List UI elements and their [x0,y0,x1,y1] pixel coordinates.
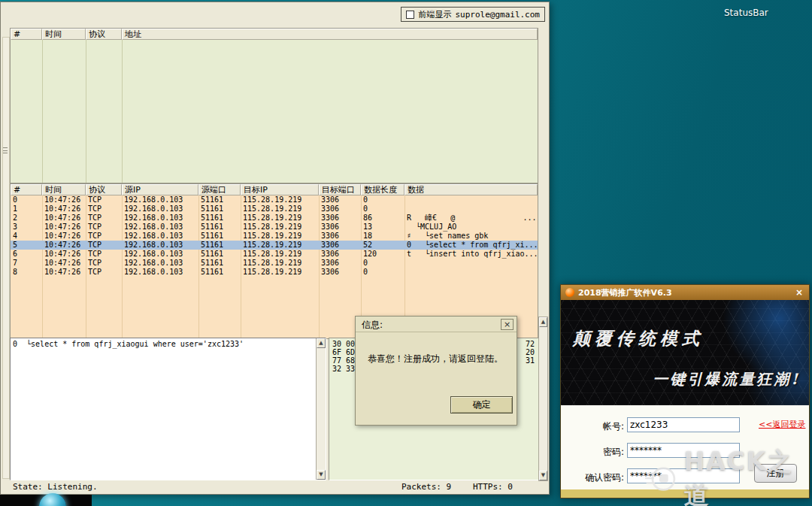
packet-row[interactable]: 110:47:26TCP192.168.0.10351161115.28.19.… [11,205,538,214]
front-display-checkbox[interactable] [406,11,414,19]
scroll-up-icon[interactable]: ▲ [539,317,547,327]
hex-line: 30 00 [332,340,355,348]
left-scroll-strip[interactable] [2,37,10,479]
packet-cell: 3306 [319,223,361,232]
packet-row[interactable]: 010:47:26TCP192.168.0.10351161115.28.19.… [11,195,538,205]
packet-table-header: # 时间 协议 源IP 源端口 目标IP 目标端口 数据长度 数据 [11,184,538,195]
column-header-src-ip[interactable]: 源IP [122,184,198,195]
packet-row[interactable]: 710:47:26TCP192.168.0.10351161115.28.19.… [11,259,538,268]
packet-cell: 115.28.19.219 [241,205,319,214]
column-header-time[interactable]: 时间 [42,184,86,195]
packet-cell: 7 [11,259,42,268]
register-button[interactable]: 注册 [754,464,797,483]
close-icon[interactable]: × [501,319,514,330]
packet-cell: t └insert into qfrj_xiao... [404,250,538,259]
hex-bytes-right: 72 20 31 [526,340,535,365]
packet-cell: 115.28.19.219 [241,223,319,232]
packet-cell: 10:47:26 [42,205,86,214]
packet-cell: ♯ └set names gbk [404,232,538,241]
packet-cell: TCP [86,232,122,241]
column-header-time[interactable]: 时间 [42,29,86,40]
email-text: suprole@gmail.com [455,10,540,20]
packet-cell: 51161 [198,214,241,223]
column-header-address[interactable]: 地址 [122,29,538,40]
column-header-src-port[interactable]: 源端口 [198,184,241,195]
packet-cell: 192.168.0.103 [122,205,198,214]
packet-detail-textbox[interactable]: 0 └select * from qfrj_xiaogui where user… [10,338,326,480]
info-dialog-titlebar[interactable]: 信息: × [356,317,517,332]
column-header-index[interactable]: # [11,29,42,40]
column-header-dst-port[interactable]: 目标端口 [319,184,361,195]
account-label: 帐号: [567,420,624,433]
packet-cell: 8 [11,268,42,277]
packet-cell: 0 [361,268,404,277]
banner-slogan-2: 一键引爆流量狂潮! [653,369,800,389]
register-window: 2018营销推广软件V6.3 × 颠覆传统模式 一键引爆流量狂潮! 帐号: 密码… [560,284,810,498]
packet-cell: 115.28.19.219 [241,195,319,205]
column-header-dst-ip[interactable]: 目标IP [241,184,319,195]
packet-row-selected[interactable]: 510:47:26TCP192.168.0.10351161115.28.19.… [11,241,538,250]
packet-row[interactable]: 810:47:26TCP192.168.0.10351161115.28.19.… [11,268,538,277]
desktop-statusbar-label: StatusBar [724,8,768,18]
packet-cell: 115.28.19.219 [241,250,319,259]
packet-cell: 10:47:26 [42,195,86,205]
scroll-down-icon[interactable]: ▼ [317,470,326,480]
column-header-protocol[interactable]: 协议 [86,29,122,40]
back-to-login-link[interactable]: <<返回登录 [759,419,805,430]
ok-button[interactable]: 确定 [450,396,513,414]
app-logo-icon [565,288,574,297]
column-header-data[interactable]: 数据 [404,184,538,195]
packet-cell: 0 [361,205,404,214]
password-field[interactable] [627,443,740,458]
packet-cell: TCP [86,205,122,214]
packet-cell: 6 [11,250,42,259]
column-header-protocol[interactable]: 协议 [86,184,122,195]
packet-cell: 115.28.19.219 [241,214,319,223]
packet-cell: 51161 [198,232,241,241]
register-footer-strip [561,489,809,498]
packet-cell: 13 [361,223,404,232]
packet-cell: 10:47:26 [42,268,86,277]
packet-cell: 3306 [319,214,361,223]
packet-cell: 3306 [319,232,361,241]
packet-cell: 192.168.0.103 [122,250,198,259]
hex-line: 77 68 [332,356,355,365]
packet-cell: 115.28.19.219 [241,232,319,241]
packet-cell: 2 [11,214,42,223]
packet-cell: TCP [86,250,122,259]
packet-cell: 51161 [198,241,241,250]
packet-row[interactable]: 210:47:26TCP192.168.0.10351161115.28.19.… [11,214,538,223]
packet-cell: 51161 [198,195,241,205]
packet-row[interactable]: 410:47:26TCP192.168.0.10351161115.28.19.… [11,232,538,241]
packet-cell: 86 [361,214,404,223]
packet-cell: 51161 [198,223,241,232]
packet-cell: 3306 [319,241,361,250]
scroll-up-icon[interactable]: ▲ [317,338,326,348]
packet-cell: 120 [361,250,404,259]
column-header-data-length[interactable]: 数据长度 [361,184,404,195]
info-dialog-message: 恭喜您！注册成功，请返回登陆。 [368,353,503,365]
confirm-password-field[interactable] [627,468,740,483]
info-dialog: 信息: × 恭喜您！注册成功，请返回登陆。 确定 [355,316,517,426]
sniffer-statusbar: State: Listening. Packets: 9 HTTPs: 0 [2,480,547,492]
scroll-down-icon[interactable]: ▼ [539,471,547,480]
packet-cell: 51161 [198,250,241,259]
packet-row[interactable]: 610:47:26TCP192.168.0.10351161115.28.19.… [11,250,538,259]
close-icon[interactable]: × [794,287,804,298]
packet-cell: 115.28.19.219 [241,259,319,268]
hex-panel-scrollbar[interactable]: ▲ ▼ [538,317,548,481]
register-titlebar[interactable]: 2018营销推广软件V6.3 × [561,285,809,300]
packet-cell: 52 [361,241,404,250]
column-header-index[interactable]: # [11,184,42,195]
detail-scrollbar[interactable]: ▲ ▼ [316,338,326,480]
splitter-grip-icon[interactable] [3,147,8,153]
info-dialog-title: 信息: [362,319,383,332]
desktop: StatusBar 前端显示 suprole@gmail.com # 时间 协议… [0,0,812,506]
packets-count-text: Packets: 9 [401,482,451,492]
account-field[interactable] [627,417,740,432]
packet-row[interactable]: 310:47:26TCP192.168.0.10351161115.28.19.… [11,223,538,232]
connection-table-body[interactable] [11,40,538,183]
packet-cell [404,268,538,277]
packet-cell: 3306 [319,195,361,205]
packet-cell [404,195,538,205]
